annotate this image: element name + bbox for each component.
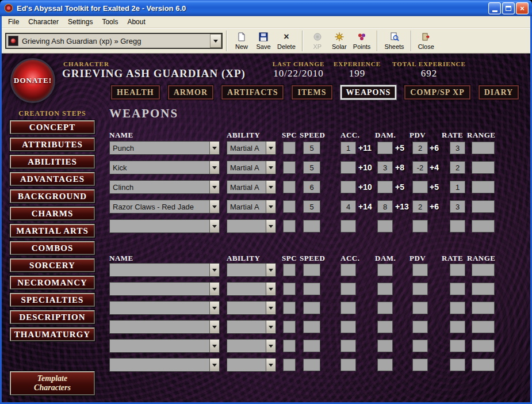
dropdown-arrow-icon[interactable] [209, 142, 219, 154]
sidebar-item-martial-arts[interactable]: MARTIAL ARTS [10, 224, 95, 238]
damage-field[interactable] [377, 359, 393, 371]
rate-field[interactable] [450, 220, 465, 233]
spc-field[interactable] [283, 283, 296, 295]
weapon-name-select[interactable] [109, 301, 220, 315]
range-field[interactable] [472, 359, 495, 371]
weapon-name-select[interactable] [109, 219, 220, 233]
accuracy-field[interactable] [340, 359, 356, 371]
pdv-field[interactable]: 2 [412, 200, 428, 213]
damage-field[interactable] [377, 142, 393, 154]
delete-button[interactable]: × Delete [274, 29, 298, 52]
close-button[interactable]: Close [415, 29, 437, 52]
dropdown-arrow-icon[interactable] [209, 340, 219, 352]
speed-field[interactable]: 5 [303, 142, 320, 154]
pdv-field[interactable] [412, 359, 428, 371]
rate-field[interactable] [450, 283, 465, 295]
speed-field[interactable] [303, 340, 320, 352]
dropdown-arrow-icon[interactable] [209, 321, 219, 333]
menu-item-character[interactable]: Character [24, 17, 63, 27]
menu-item-file[interactable]: File [3, 17, 24, 27]
damage-field[interactable] [377, 181, 393, 193]
sidebar-item-advantages[interactable]: ADVANTAGES [10, 172, 95, 186]
solar-button[interactable]: Solar [328, 29, 350, 52]
sidebar-item-attributes[interactable]: ATTRIBUTES [10, 138, 95, 151]
pdv-field[interactable]: -2 [412, 161, 428, 174]
accuracy-field[interactable] [340, 321, 356, 333]
weapon-name-select[interactable]: Clinch [109, 180, 220, 194]
range-field[interactable] [472, 181, 495, 193]
dropdown-arrow-icon[interactable] [266, 220, 275, 233]
sidebar-item-description[interactable]: DESCRIPTION [10, 310, 95, 324]
accuracy-field[interactable] [340, 302, 356, 314]
new-button[interactable]: New [231, 29, 252, 52]
weapon-name-select[interactable]: Razor Claws - Red Jade [109, 200, 220, 214]
pdv-field[interactable]: 2 [412, 142, 428, 154]
template-characters-button[interactable]: Template Characters [10, 371, 95, 395]
spc-field[interactable] [283, 181, 296, 193]
pdv-field[interactable] [412, 302, 428, 314]
range-field[interactable] [472, 200, 495, 213]
weapon-ability-select[interactable]: Martial A [227, 180, 276, 194]
range-field[interactable] [472, 340, 495, 352]
speed-field[interactable] [303, 359, 320, 371]
accuracy-field[interactable] [340, 220, 356, 233]
rate-field[interactable] [450, 359, 465, 371]
range-field[interactable] [472, 264, 495, 276]
rate-field[interactable]: 1 [450, 181, 465, 193]
spc-field[interactable] [283, 359, 296, 371]
weapon-name-select[interactable] [109, 339, 220, 353]
sidebar-item-specialties[interactable]: SPECIALTIES [10, 293, 95, 307]
character-select[interactable]: Grieving Ash Guardian (xp) » Gregg [5, 33, 223, 49]
dropdown-arrow-icon[interactable] [266, 181, 275, 193]
close-window-button[interactable]: × [516, 2, 529, 14]
dropdown-arrow-icon[interactable] [266, 359, 275, 371]
pdv-field[interactable] [412, 283, 428, 295]
pdv-field[interactable] [412, 264, 428, 276]
dropdown-arrow-icon[interactable] [209, 302, 219, 314]
rate-field[interactable] [450, 264, 465, 276]
spc-field[interactable] [283, 200, 296, 213]
accuracy-field[interactable] [340, 340, 356, 352]
spc-field[interactable] [283, 340, 296, 352]
points-button[interactable]: Points [350, 29, 374, 52]
rate-field[interactable]: 3 [450, 200, 465, 213]
dropdown-arrow-icon[interactable] [209, 283, 219, 295]
pdv-field[interactable] [412, 340, 428, 352]
weapon-ability-select[interactable] [227, 219, 276, 233]
maximize-button[interactable] [502, 2, 515, 14]
speed-field[interactable] [303, 264, 320, 276]
speed-field[interactable] [303, 321, 320, 333]
rate-field[interactable]: 2 [450, 161, 465, 174]
weapon-ability-select[interactable] [227, 263, 276, 277]
pdv-field[interactable] [412, 181, 428, 193]
sidebar-item-abilities[interactable]: ABILITIES [10, 155, 95, 169]
speed-field[interactable] [303, 220, 320, 233]
donate-badge[interactable]: DONATE! [10, 58, 55, 103]
pdv-field[interactable] [412, 220, 428, 233]
rate-field[interactable] [450, 302, 465, 314]
accuracy-field[interactable] [340, 264, 356, 276]
range-field[interactable] [472, 161, 495, 174]
dropdown-arrow-icon[interactable] [266, 283, 275, 295]
dropdown-arrow-icon[interactable] [266, 142, 275, 154]
range-field[interactable] [472, 142, 495, 154]
spc-field[interactable] [283, 142, 296, 154]
accuracy-field[interactable] [340, 161, 356, 174]
speed-field[interactable]: 5 [303, 200, 320, 213]
spc-field[interactable] [283, 321, 296, 333]
damage-field[interactable] [377, 321, 393, 333]
weapon-ability-select[interactable] [227, 320, 276, 334]
weapon-name-select[interactable]: Punch [109, 141, 220, 155]
dropdown-arrow-icon[interactable] [266, 161, 275, 174]
weapon-name-select[interactable]: Kick [109, 161, 220, 174]
damage-field[interactable] [377, 302, 393, 314]
character-select-arrow-icon[interactable] [210, 34, 221, 48]
weapon-ability-select[interactable]: Martial A [227, 141, 276, 155]
spc-field[interactable] [283, 302, 296, 314]
save-button[interactable]: Save [252, 29, 274, 52]
dropdown-arrow-icon[interactable] [266, 340, 275, 352]
dropdown-arrow-icon[interactable] [209, 359, 219, 371]
weapon-ability-select[interactable] [227, 339, 276, 353]
accuracy-field[interactable]: 1 [340, 142, 356, 154]
dropdown-arrow-icon[interactable] [209, 220, 219, 233]
